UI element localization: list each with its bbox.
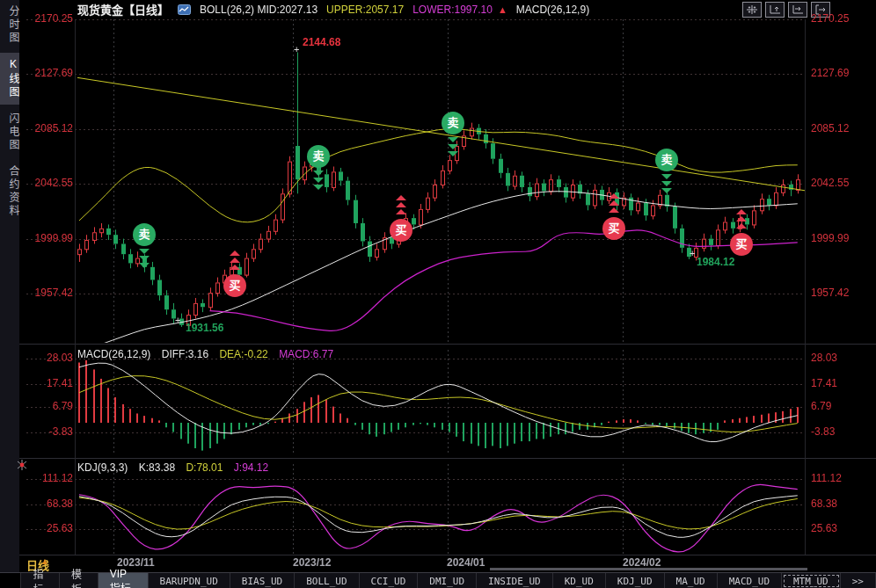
extreme-cross-mark: + [690,248,695,258]
price-axis-label-right: 2042.55 [811,177,849,189]
triangle-down-icon [139,256,150,261]
sell-signal-marker: 卖 [442,112,464,134]
sell-signal-label: 卖 [442,112,464,134]
sell-signal-marker: 卖 [307,145,330,168]
price-axis-label-right: 1999.99 [811,232,849,244]
bottom-tab-模板[interactable]: 模板 [60,573,99,588]
macd-axis-label-right: -3.83 [811,425,835,438]
sidebar-tab-2[interactable]: K线图 [0,53,19,105]
date-axis-label: 2024/02 [623,556,661,569]
triangle-up-icon [230,258,240,263]
bottom-tab-ma-ud[interactable]: MA_UD [665,573,718,588]
triangle-up-icon [736,209,747,214]
bottom-tab-vip指标[interactable]: VIP指标 [99,573,149,588]
price-axis-label-right: 1957.42 [811,287,849,299]
macd-axis-label-left: 17.41 [27,377,73,389]
extreme-cross-mark: + [175,315,180,325]
bottom-tab-inside-ud[interactable]: INSIDE_UD [477,573,553,588]
triangle-up-icon [609,207,619,213]
bottom-tab-macd-ud[interactable]: MACD_UD [718,573,782,588]
bottom-tab-barupdn-ud[interactable]: BARUPDN_UD [149,573,230,588]
kdj-axis-label-right: 111.12 [811,472,842,484]
chart-type-icon [178,4,191,15]
sell-signal-label: 卖 [655,149,678,171]
kdj-axis-label-left: 111.12 [27,472,73,484]
bottom-tab-mtm-ud[interactable]: MTM_UD [782,573,841,588]
kdj-date-divider [0,555,876,555]
sidebar-tab-3[interactable]: 闪电图 [0,107,19,157]
triangle-down-icon [313,171,324,176]
price-axis-label-right: 2085.12 [811,122,849,134]
topbar: 现货黄金【日线】 BOLL(26,2) MID:2027.13 UPPER:20… [23,0,876,18]
bottom-tab-kd-ud[interactable]: KD_UD [553,573,606,588]
price-annotation: 1984.12 [697,256,734,268]
triangle-up-icon [736,223,747,229]
price-axis-label-left: 2042.55 [27,177,73,189]
macd-params-readout: MACD(26,12,9) [516,4,589,16]
buy-signal-marker: 买 [390,219,412,242]
triangle-up-icon [609,200,619,206]
chart-canvas[interactable] [0,0,876,588]
triangle-up-icon [736,216,747,221]
triangle-down-icon [313,185,324,190]
date-axis-label: 2023/12 [293,556,331,569]
price-axis-label-left: 2127.69 [27,67,73,79]
price-axis-label-left: 1957.42 [27,287,73,299]
macd-title: MACD(26,12,9) [77,348,150,360]
boll-mid-readout: BOLL(26,2) MID:2027.13 [200,4,318,16]
price-axis-label-right: 2127.69 [811,67,849,79]
macd-dea-readout: DEA:-0.22 [219,348,267,360]
sell-signal-marker: 卖 [655,149,678,171]
plot-left-border [75,19,76,555]
kdj-axis-label-left: 25.63 [27,522,73,534]
price-axis-label-left: 2085.12 [27,122,73,134]
bottom-tab-boll-ud[interactable]: BOLL_UD [295,573,359,588]
kdj-axis-label-right: 68.38 [811,497,837,510]
triangle-down-icon [661,188,672,193]
main-macd-divider[interactable] [0,344,876,345]
sidebar-tab-1[interactable]: 分时图 [0,0,19,50]
tabbar-grip [0,573,21,588]
triangle-up-icon [396,209,406,214]
macd-kdj-divider[interactable] [0,458,876,459]
bottom-tab-dmi-ud[interactable]: DMI_UD [418,573,477,588]
macd-axis-label-right: 17.41 [811,377,837,389]
macd-axis-label-left: -3.83 [27,425,73,438]
bottom-tab-bias-ud[interactable]: BIAS_UD [230,573,295,588]
sell-signal-label: 卖 [307,145,330,168]
buy-signal-label: 买 [602,217,625,240]
kdj-k-readout: K:83.38 [139,461,175,474]
left-sidebar: 分时图K线图闪电图合约资料 [0,0,19,588]
kdj-axis-label-right: 25.63 [811,522,837,534]
triangle-down-icon [448,144,458,149]
bottom-tab-指标[interactable]: 指标 [21,573,60,588]
triangle-down-icon [661,181,672,186]
buy-signal-marker: 买 [602,217,625,240]
triangle-up-icon [230,250,240,256]
bottom-tab--[interactable]: >> [841,573,876,588]
triangle-up-icon [609,193,619,199]
triangle-down-icon [448,151,458,156]
sidebar-tab-4[interactable]: 合约资料 [0,160,19,223]
extreme-cross-mark: + [294,44,299,54]
bottom-tab-kdj-ud[interactable]: KDJ_UD [606,573,665,588]
bottom-tab-cci-ud[interactable]: CCI_UD [360,573,419,588]
triangle-up-icon [396,195,406,200]
boll-lower-readout: LOWER:1997.10 [412,4,493,16]
buy-signal-label: 买 [730,233,753,256]
triangle-up-icon [396,202,406,207]
macd-axis-label-right: 6.79 [811,400,831,412]
kdj-pane-header: KDJ(9,3,3) K:83.38 D:78.01 J:94.12 [77,461,276,474]
kdj-title: KDJ(9,3,3) [77,461,128,474]
macd-axis-label-left: 6.79 [27,400,73,412]
pane-splitter-icon[interactable] [15,459,29,475]
buy-signal-label: 买 [390,219,412,242]
triangle-up-icon [230,265,240,270]
macd-axis-label-right: 28.03 [811,352,837,364]
date-axis-label: 2024/01 [447,556,485,569]
price-annotation: 2144.68 [303,36,340,48]
price-annotation: 1931.56 [186,322,223,334]
symbol-title: 现货黄金【日线】 [77,1,169,18]
h-scrollbar-thumb[interactable] [490,568,807,570]
kdj-j-readout: J:94.12 [234,461,268,474]
